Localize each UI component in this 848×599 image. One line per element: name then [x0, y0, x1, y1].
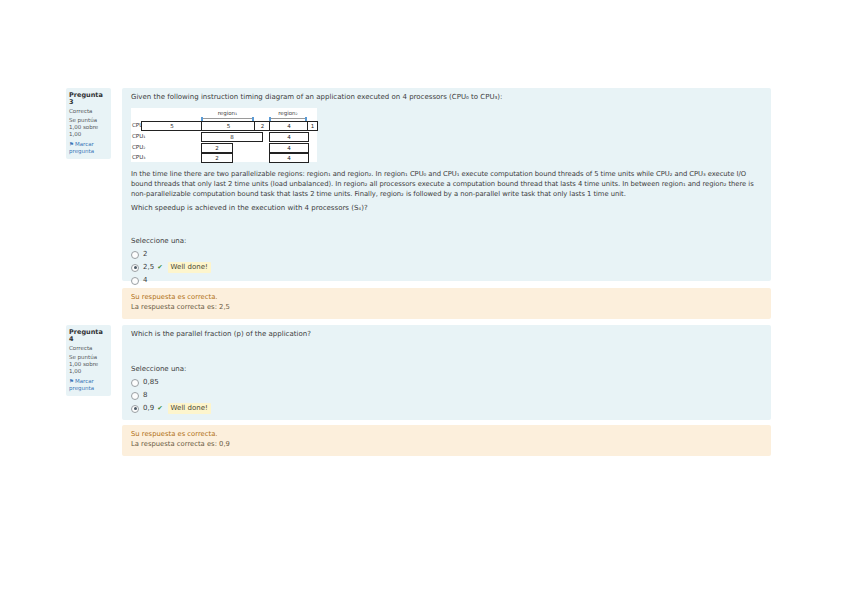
- cpu2-label: CPU₂: [132, 143, 145, 152]
- check-icon: ✔: [157, 404, 162, 413]
- cpu3-segment: 4: [269, 153, 309, 163]
- option-label: 8: [143, 391, 147, 400]
- answer-option[interactable]: 2: [131, 250, 762, 259]
- flag-icon: ⚑: [69, 141, 74, 147]
- cpu1-segment: 8: [201, 132, 263, 142]
- cpu0-segment: 4: [269, 121, 309, 131]
- question-4-feedback-box: Su respuesta es correcta. La respuesta c…: [122, 425, 771, 456]
- question-prompt: Which is the parallel fraction (p) of th…: [131, 330, 762, 339]
- radio-button[interactable]: [131, 379, 139, 387]
- answer-correct-text: Su respuesta es correcta.: [131, 292, 762, 302]
- timing-diagram: region₁ region₂ CPU₀ 5 5 2 4 1 CPU₁ 8 4 …: [131, 108, 317, 162]
- question-grade: Se puntúa 1,00 sobre 1,00: [69, 117, 108, 138]
- answer-correct-text: Su respuesta es correcta.: [131, 429, 762, 439]
- question-4-info: Pregunta 4 Correcta Se puntúa 1,00 sobre…: [66, 325, 111, 396]
- radio-dot: [134, 407, 137, 410]
- cpu0-segment: 5: [141, 121, 203, 131]
- answer-option[interactable]: 0,85: [131, 378, 762, 387]
- cpu1-label: CPU₁: [132, 132, 145, 141]
- question-3-info: Pregunta 3 Correcta Se puntúa 1,00 sobre…: [66, 88, 111, 159]
- radio-button[interactable]: [131, 277, 139, 285]
- question-state: Correcta: [69, 108, 108, 115]
- cpu0-segment: 5: [201, 121, 256, 131]
- cpu3-segment: 2: [201, 153, 233, 163]
- cpu2-segment: 4: [269, 143, 309, 153]
- answer-option[interactable]: 8: [131, 391, 762, 400]
- select-one-label: Seleccione una:: [131, 237, 762, 246]
- option-feedback-badge: Well done!: [168, 262, 211, 273]
- answer-option-selected[interactable]: 2,5 ✔ Well done!: [131, 263, 762, 272]
- select-one-label: Seleccione una:: [131, 365, 762, 374]
- radio-button[interactable]: [131, 251, 139, 259]
- radio-button-selected[interactable]: [131, 405, 139, 413]
- question-number: Pregunta 3: [69, 92, 108, 106]
- flag-question-link[interactable]: ⚑Marcar pregunta: [69, 378, 108, 392]
- answer-option-selected[interactable]: 0,9 ✔ Well done!: [131, 404, 762, 413]
- radio-dot: [134, 266, 137, 269]
- option-label: 2,5: [143, 263, 154, 272]
- cpu3-label: CPU₃: [132, 153, 145, 162]
- answer-option[interactable]: 4: [131, 276, 762, 285]
- cpu2-segment: 2: [201, 143, 233, 153]
- question-3-feedback-box: Su respuesta es correcta. La respuesta c…: [122, 288, 771, 319]
- question-number: Pregunta 4: [69, 329, 108, 343]
- question-state: Correcta: [69, 345, 108, 352]
- radio-button-selected[interactable]: [131, 264, 139, 272]
- right-answer-text: La respuesta correcta es: 0,9: [131, 439, 762, 449]
- region-2-span-arrow: [269, 118, 307, 119]
- option-label: 0,9: [143, 404, 154, 413]
- cpu0-segment: 1: [307, 121, 318, 131]
- question-4-content: Which is the parallel fraction (p) of th…: [122, 325, 771, 420]
- option-label: 2: [143, 250, 147, 259]
- question-3-content: Given the following instruction timing d…: [122, 88, 771, 281]
- region-1-label: region₁: [201, 109, 254, 118]
- radio-button[interactable]: [131, 392, 139, 400]
- question-prompt: Which speedup is achieved in the executi…: [131, 204, 762, 213]
- flag-icon: ⚑: [69, 378, 74, 384]
- question-grade: Se puntúa 1,00 sobre 1,00: [69, 354, 108, 375]
- check-icon: ✔: [157, 263, 162, 272]
- question-intro-text: Given the following instruction timing d…: [131, 93, 762, 102]
- right-answer-text: La respuesta correcta es: 2,5: [131, 302, 762, 312]
- region-2-label: region₂: [269, 109, 307, 118]
- question-description: In the time line there are two paralleli…: [131, 169, 762, 199]
- option-label: 4: [143, 276, 147, 285]
- cpu1-segment: 4: [269, 132, 309, 142]
- flag-question-link[interactable]: ⚑Marcar pregunta: [69, 141, 108, 155]
- option-label: 0,85: [143, 378, 159, 387]
- option-feedback-badge: Well done!: [168, 403, 211, 414]
- region-1-span-arrow: [201, 118, 254, 119]
- quiz-review-page: Pregunta 3 Correcta Se puntúa 1,00 sobre…: [0, 0, 848, 599]
